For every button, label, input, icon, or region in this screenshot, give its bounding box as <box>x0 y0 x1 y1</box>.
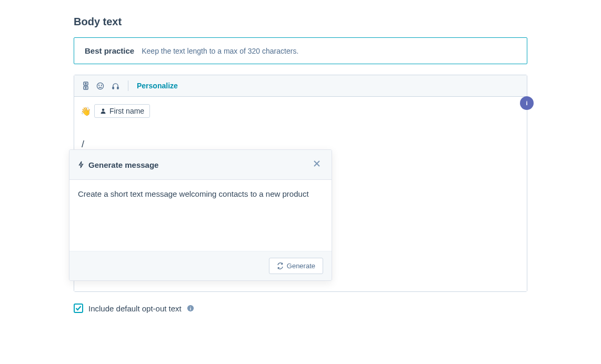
svg-rect-8 <box>117 87 118 89</box>
editor-content-row: 👋 First name <box>81 104 520 118</box>
opt-out-row: Include default opt-out text i <box>74 304 527 313</box>
best-practice-text: Keep the text length to a max of 320 cha… <box>142 47 298 55</box>
emoji-icon[interactable] <box>96 82 104 90</box>
svg-point-5 <box>99 85 99 85</box>
prompt-input[interactable] <box>78 188 323 241</box>
wave-emoji: 👋 <box>81 106 91 116</box>
token-label: First name <box>109 107 144 115</box>
headphones-icon[interactable] <box>112 82 119 90</box>
generate-message-popup: Generate message Generate <box>69 149 332 281</box>
contact-icon <box>100 108 106 114</box>
editor-container: Personalize 👋 First name / Generate mess… <box>74 75 527 292</box>
toolbar-divider <box>128 80 128 91</box>
svg-point-6 <box>101 85 102 85</box>
popup-title: Generate message <box>78 160 158 169</box>
svg-point-3 <box>85 87 86 88</box>
popup-body <box>69 180 332 251</box>
generate-button[interactable]: Generate <box>269 258 323 274</box>
editor-toolbar: Personalize <box>74 75 527 97</box>
opt-out-checkbox[interactable] <box>74 304 83 313</box>
lightning-icon <box>78 161 84 168</box>
popup-header: Generate message <box>69 150 332 180</box>
help-icon[interactable]: i <box>187 305 194 312</box>
best-practice-label: Best practice <box>85 46 134 55</box>
firstname-token[interactable]: First name <box>94 104 150 118</box>
svg-text:i: i <box>190 306 191 311</box>
svg-point-2 <box>85 83 86 84</box>
body-text-heading: Body text <box>74 16 527 28</box>
best-practice-callout: Best practice Keep the text length to a … <box>74 37 527 64</box>
svg-point-9 <box>102 109 105 112</box>
slash-command-text: / <box>81 139 520 150</box>
svg-point-4 <box>97 83 103 89</box>
video-icon[interactable] <box>83 82 89 90</box>
opt-out-label: Include default opt-out text <box>88 304 182 313</box>
refresh-icon <box>277 262 284 269</box>
svg-rect-7 <box>113 87 114 89</box>
close-icon[interactable] <box>310 157 323 172</box>
popup-footer: Generate <box>69 251 332 280</box>
editor-body[interactable]: 👋 First name / Generate message <box>74 97 527 291</box>
info-badge[interactable]: i <box>520 96 534 110</box>
check-icon <box>75 305 82 311</box>
personalize-link[interactable]: Personalize <box>137 82 178 90</box>
